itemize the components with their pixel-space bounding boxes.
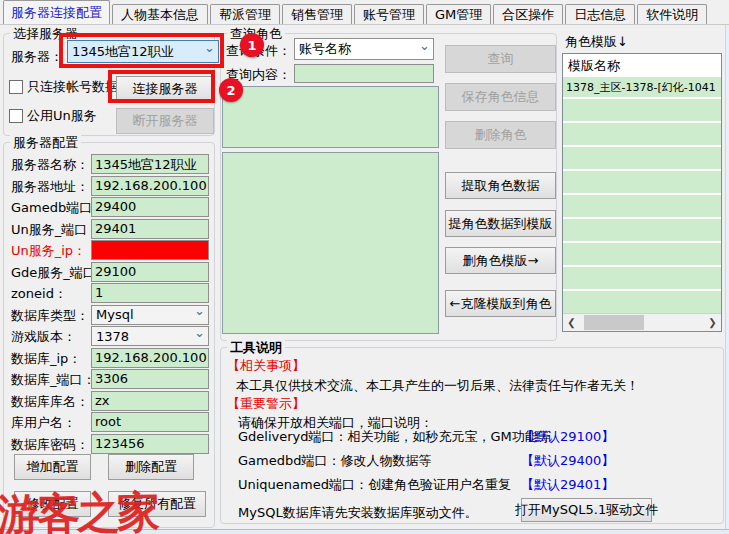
important-warning-title: 【重要警示】	[227, 395, 305, 413]
field-label: 数据库密码：	[11, 436, 89, 454]
template-table-body: 1378_主区-1378-[幻化-1041	[563, 77, 721, 313]
template-empty-row[interactable]	[563, 243, 721, 267]
template-empty-row[interactable]	[563, 123, 721, 147]
field-label: zoneid：	[11, 285, 67, 303]
server-config-group-title: 服务器配置	[10, 134, 81, 152]
template-empty-row[interactable]	[563, 171, 721, 195]
field-input[interactable]: zx	[91, 391, 209, 411]
query-result-list[interactable]	[222, 86, 439, 148]
field-label: 服务器名称：	[11, 156, 89, 174]
checkbox-icon[interactable]	[9, 109, 23, 123]
tab-3[interactable]: 帮派管理	[210, 4, 280, 24]
template-empty-row[interactable]	[563, 99, 721, 123]
field-input[interactable]: root	[91, 412, 209, 432]
config-field-row: 数据库类型：Mysql⌄	[4, 305, 214, 325]
template-table-header: 模版名称	[563, 54, 721, 77]
annotation-rect-1	[59, 33, 224, 68]
tab-bar: 服务器连接配置人物基本信息帮派管理销售管理账号管理GM管理合区操作日志信息软件说…	[3, 1, 707, 24]
field-input[interactable]: 29400	[91, 197, 209, 217]
tab-1[interactable]: 服务器连接配置	[3, 0, 110, 24]
checkbox-public-un[interactable]: 公用Un服务	[9, 107, 97, 125]
config-field-row: Un服务_端口：29401	[4, 219, 214, 239]
config-field-row: 数据库_端口：3306	[4, 369, 214, 389]
field-label: Un服务_ip：	[11, 242, 86, 260]
config-field-row: 数据库密码：123456	[4, 434, 214, 454]
disconnect-server-button: 断开服务器	[116, 108, 214, 134]
delete-role-template-button[interactable]: 删角色模版→	[445, 247, 556, 274]
config-field-row: Gamedb端口：29400	[4, 197, 214, 217]
config-field-row: zoneid：1	[4, 283, 214, 303]
port-default-value: 【默认29401】	[521, 476, 614, 494]
chevron-down-icon: ⌄	[194, 329, 205, 337]
role-detail-list[interactable]	[222, 152, 439, 334]
tabstrip-divider	[0, 24, 729, 25]
query-button: 查询	[445, 45, 556, 73]
port-default-value: 【默认29100】	[521, 428, 614, 446]
config-field-row: Gde服务_端口：29100	[4, 262, 214, 282]
open-mysql-driver-button[interactable]: 打开MySQL5.1驱动文件	[521, 498, 652, 522]
tab-9[interactable]: 软件说明	[637, 4, 707, 24]
field-combo[interactable]: Mysql⌄	[91, 305, 209, 325]
checkbox-icon[interactable]	[9, 80, 23, 94]
chevron-down-icon: ⌄	[194, 307, 205, 315]
query-content-input[interactable]	[294, 64, 434, 83]
template-empty-row[interactable]	[563, 267, 721, 291]
tab-5[interactable]: 账号管理	[354, 4, 424, 24]
tool-info-group: 工具说明 【相关事项】 本工具仅供技术交流、本工具产生的一切后果、法律责任与作者…	[220, 347, 724, 524]
field-combo[interactable]: 1378⌄	[91, 326, 209, 346]
gm-tool-window: 服务器连接配置人物基本信息帮派管理销售管理账号管理GM管理合区操作日志信息软件说…	[0, 0, 729, 534]
config-field-row: 服务器地址：192.168.200.100	[4, 176, 214, 196]
field-input[interactable]: 123456	[91, 434, 209, 454]
field-label: 库用户名：	[11, 414, 76, 432]
template-empty-row[interactable]	[563, 147, 721, 171]
tool-info-group-title: 工具说明	[227, 339, 285, 357]
server-label: 服务器：	[11, 48, 63, 66]
template-empty-row[interactable]	[563, 195, 721, 219]
field-input[interactable]: 29401	[91, 219, 209, 239]
port-desc: Gamedbd端口：修改人物数据等	[238, 452, 431, 470]
annotation-rect-2	[108, 70, 215, 103]
add-config-button[interactable]: 增加配置	[14, 454, 91, 480]
role-data-to-template-button[interactable]: 提角色数据到模版	[445, 210, 556, 237]
field-input[interactable]: 192.168.200.100	[91, 348, 209, 368]
tab-4[interactable]: 销售管理	[282, 4, 352, 24]
watermark-text: 游客之家	[0, 484, 157, 534]
field-label: 数据库_端口：	[11, 371, 96, 389]
mysql-note: MySQL数据库请先安装数据库驱动文件。	[238, 504, 478, 522]
field-label: 数据库库名：	[11, 393, 89, 411]
role-template-table[interactable]: 模版名称 1378_主区-1378-[幻化-1041 ❮ ❯	[562, 53, 722, 332]
field-input[interactable]: 1345地宫12职业	[91, 154, 209, 174]
config-field-row: 库用户名：root	[4, 412, 214, 432]
extract-role-data-button[interactable]: 提取角色数据	[445, 172, 556, 199]
template-hscrollbar[interactable]: ❮ ❯	[563, 313, 721, 331]
config-field-row: Un服务_ip：	[4, 240, 214, 260]
field-input[interactable]: 192.168.200.100	[91, 176, 209, 196]
tab-8[interactable]: 日志信息	[565, 4, 635, 24]
port-desc: Uniquenamed端口：创建角色验证用户名重复	[238, 476, 511, 494]
query-role-group: 查询角色 查询条件： 账号名称 ⌄ 查询内容： 查询保存角色信息删除角色提取角色…	[220, 33, 557, 341]
field-label: 服务器地址：	[11, 178, 89, 196]
config-field-row: 服务器名称：1345地宫12职业	[4, 154, 214, 174]
field-input[interactable]	[91, 240, 209, 260]
query-condition-select[interactable]: 账号名称 ⌄	[294, 38, 434, 60]
tab-6[interactable]: GM管理	[426, 4, 491, 24]
scroll-left-icon[interactable]: ❮	[563, 314, 580, 331]
field-label: Un服务_端口：	[11, 221, 100, 239]
field-label: 游戏版本：	[11, 328, 76, 346]
delete-config-button[interactable]: 删除配置	[108, 454, 194, 480]
field-input[interactable]: 1	[91, 283, 209, 303]
field-input[interactable]: 29100	[91, 262, 209, 282]
tab-2[interactable]: 人物基本信息	[112, 4, 208, 24]
tab-7[interactable]: 合区操作	[493, 4, 563, 24]
template-row[interactable]: 1378_主区-1378-[幻化-1041	[563, 77, 721, 99]
save-role-button: 保存角色信息	[445, 83, 556, 111]
delete-role-button: 删除角色	[445, 121, 556, 149]
template-empty-row[interactable]	[563, 219, 721, 243]
field-input[interactable]: 3306	[91, 369, 209, 389]
scroll-right-icon[interactable]: ❯	[704, 314, 721, 331]
field-label: 数据库类型：	[11, 307, 89, 325]
annotation-badge-2: 2	[219, 78, 243, 102]
scrollbar-thumb[interactable]	[584, 315, 644, 330]
clone-template-to-role-button[interactable]: ←克隆模版到角色	[445, 290, 556, 317]
window-right-border	[725, 25, 729, 529]
